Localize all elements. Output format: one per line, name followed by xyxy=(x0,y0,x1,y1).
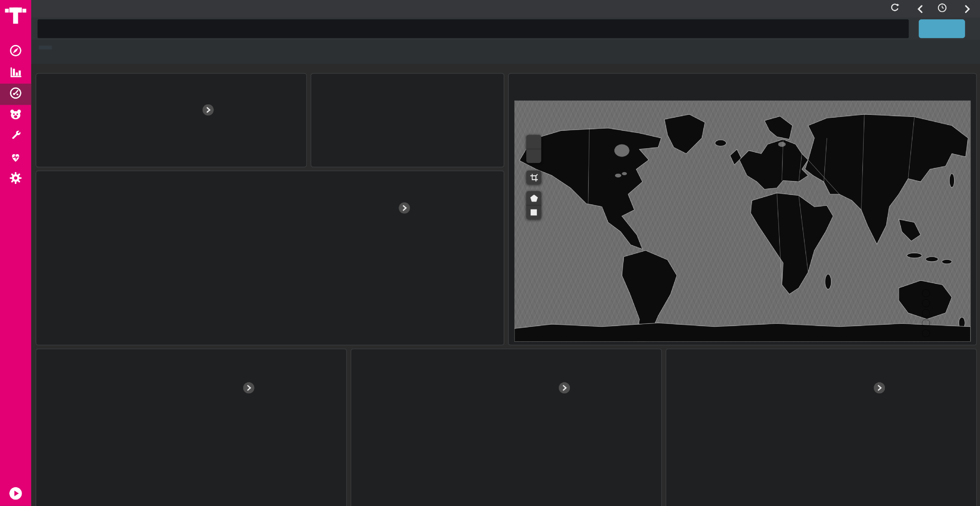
polygon-draw-icon[interactable] xyxy=(526,191,541,205)
sidebar-item-devtools[interactable] xyxy=(0,126,31,148)
series-color-dot xyxy=(889,417,896,424)
search-input[interactable] xyxy=(38,19,909,38)
legend-item[interactable] xyxy=(889,405,900,414)
legend xyxy=(202,104,229,124)
sidebar-item-dashboard[interactable] xyxy=(0,84,31,105)
panel-attacks-metric xyxy=(310,73,504,168)
legend-item[interactable] xyxy=(218,104,229,113)
legend-item[interactable] xyxy=(574,416,585,425)
sidebar-item-visualize[interactable] xyxy=(0,62,31,84)
zoom-out-button[interactable] xyxy=(526,149,541,163)
add-filter-link[interactable] xyxy=(39,46,52,49)
chevron-right-icon[interactable] xyxy=(559,382,570,393)
series-color-dot xyxy=(218,105,225,112)
map-canvas xyxy=(514,101,970,342)
world-map[interactable] xyxy=(514,101,970,342)
attacks-bar-chart[interactable] xyxy=(36,74,305,165)
map-zoom-controls xyxy=(526,135,541,163)
refresh-button[interactable] xyxy=(919,19,965,38)
time-forward-button[interactable] xyxy=(964,4,971,13)
slice-color-dot xyxy=(574,383,581,390)
slice-color-dot xyxy=(574,394,581,401)
sidebar-collapse-button[interactable] xyxy=(9,487,22,500)
bucket-color-dot xyxy=(922,299,930,307)
wrench-icon xyxy=(9,128,22,145)
bucket-color-dot xyxy=(922,289,930,297)
topbar xyxy=(31,0,980,17)
series-color-dot xyxy=(414,214,422,222)
chevron-right-icon[interactable] xyxy=(399,202,410,214)
auto-refresh-button[interactable] xyxy=(890,3,902,14)
legend-item[interactable] xyxy=(574,393,585,402)
reputation-donut-chart[interactable] xyxy=(36,349,345,506)
legend-item[interactable] xyxy=(414,214,425,222)
panel-attacks-bar xyxy=(36,73,307,168)
legend-item[interactable] xyxy=(574,382,585,391)
time-range-picker[interactable] xyxy=(937,3,950,14)
slice-color-dot xyxy=(574,406,581,413)
legend xyxy=(559,382,585,425)
slice-color-dot xyxy=(259,383,266,390)
country-donut-chart[interactable] xyxy=(351,349,660,506)
series-color-dot xyxy=(414,203,422,211)
legend-item[interactable] xyxy=(574,405,585,414)
panel-src-ip-reputation xyxy=(36,349,347,506)
metric-unique-src-ips xyxy=(393,115,468,117)
attacks-line-chart[interactable] xyxy=(36,171,503,343)
filter-bar xyxy=(31,40,980,63)
sidebar-item-discover[interactable] xyxy=(0,41,31,62)
chevron-right-icon[interactable] xyxy=(243,382,255,393)
sidebar-item-tpot[interactable] xyxy=(0,105,31,126)
sidebar-item-monitoring[interactable] xyxy=(0,148,31,169)
zoom-in-button[interactable] xyxy=(526,135,541,149)
gear-icon xyxy=(9,171,22,187)
legend-item[interactable] xyxy=(889,382,900,391)
legend xyxy=(243,382,269,393)
sidebar-nav xyxy=(0,41,31,190)
legend-item[interactable] xyxy=(414,202,425,211)
time-back-button[interactable] xyxy=(916,4,924,13)
topbar-actions xyxy=(835,3,980,14)
refresh-cycle-icon xyxy=(890,3,899,14)
sidebar xyxy=(0,0,31,506)
series-color-dot xyxy=(218,117,225,124)
heartbeat-icon xyxy=(9,150,22,166)
legend-item[interactable] xyxy=(259,382,269,391)
legend xyxy=(874,382,900,425)
chevron-right-icon[interactable] xyxy=(874,382,885,393)
chevron-right-icon[interactable] xyxy=(202,104,214,116)
slice-color-dot xyxy=(574,417,581,424)
map-count-legend xyxy=(922,286,934,338)
series-color-dot xyxy=(889,383,896,390)
compass-icon xyxy=(9,44,22,60)
panel-attack-map xyxy=(508,73,977,346)
kibana-dashboard xyxy=(0,0,980,506)
crop-icon[interactable] xyxy=(526,171,541,184)
bear-icon xyxy=(9,108,22,124)
panel-attacks-by-country xyxy=(351,349,662,506)
query-bar xyxy=(31,17,980,40)
legend-item[interactable] xyxy=(889,416,900,425)
bucket-color-dot xyxy=(922,329,930,337)
legend-item[interactable] xyxy=(218,116,229,124)
rectangle-draw-icon[interactable] xyxy=(526,205,541,219)
legend-item[interactable] xyxy=(889,393,900,402)
map-draw-controls xyxy=(526,191,541,219)
gauge-icon xyxy=(9,86,22,103)
legend xyxy=(399,202,425,222)
series-color-dot xyxy=(889,394,896,401)
map-crop-control xyxy=(526,171,541,184)
sidebar-item-management[interactable] xyxy=(0,169,31,190)
bucket-color-dot xyxy=(922,319,930,327)
bar-chart-icon xyxy=(9,65,22,81)
series-color-dot xyxy=(889,406,896,413)
bucket-color-dot xyxy=(922,309,930,317)
clock-icon xyxy=(937,3,947,14)
panel-attacks-histogram xyxy=(36,171,504,346)
country-area-chart[interactable] xyxy=(666,349,975,506)
panel-country-histogram xyxy=(666,349,977,506)
telekom-logo-icon[interactable] xyxy=(5,4,26,27)
